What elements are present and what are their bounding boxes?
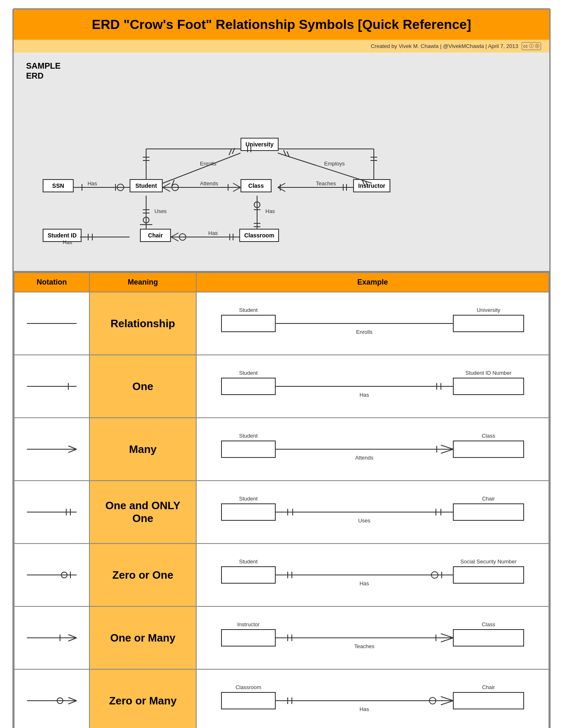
table-row: Many StudentClassAttends [14, 418, 549, 481]
svg-text:Instructor: Instructor [237, 621, 260, 627]
notation-symbol [23, 376, 81, 397]
example-cell: InstructorClassTeaches [196, 606, 549, 669]
svg-text:Has: Has [359, 580, 369, 587]
svg-line-35 [278, 153, 372, 183]
sample-erd-label: SAMPLEERD [26, 61, 537, 81]
svg-text:Student: Student [239, 558, 258, 565]
table-row: One and ONLY One StudentChairUses [14, 481, 549, 544]
notation-cell [14, 355, 89, 418]
svg-line-137 [68, 701, 77, 704]
svg-rect-73 [221, 378, 275, 395]
svg-line-22 [163, 187, 170, 192]
example-diagram: StudentSocial Security NumberHas [213, 552, 532, 598]
svg-rect-138 [221, 692, 275, 709]
notation-symbol [23, 502, 81, 522]
meaning-cell: One and ONLY One [89, 481, 196, 544]
notation-cell [14, 292, 89, 355]
svg-text:Uses: Uses [154, 208, 167, 214]
notation-cell [14, 669, 89, 728]
svg-text:Chair: Chair [482, 496, 495, 502]
svg-rect-111 [453, 567, 524, 583]
svg-line-17 [229, 149, 231, 155]
svg-line-143 [441, 697, 453, 701]
header-notation: Notation [14, 273, 89, 292]
svg-text:Student ID Number: Student ID Number [465, 370, 512, 376]
header-meaning: Meaning [89, 273, 196, 292]
notation-symbol [23, 627, 81, 648]
notation-symbol [23, 439, 81, 460]
svg-text:Teaches: Teaches [316, 180, 336, 187]
meaning-cell: One or Many [89, 606, 196, 669]
example-cell: ClassroomChairHas [196, 669, 549, 728]
svg-rect-84 [221, 441, 275, 457]
svg-text:Employs: Employs [324, 160, 345, 167]
svg-line-122 [68, 638, 77, 641]
svg-text:Enrolls: Enrolls [200, 160, 217, 167]
svg-line-29 [171, 233, 178, 237]
svg-text:Has: Has [359, 392, 369, 398]
credit-text: Created by Vivek M. Chawla | @VivekMChaw… [371, 43, 518, 49]
svg-rect-123 [221, 630, 275, 646]
svg-rect-98 [453, 504, 524, 520]
meaning-cell: Zero or One [89, 544, 196, 606]
example-svg: StudentClassAttends [213, 426, 532, 472]
main-title: ERD "Crow's Foot" Relationship Symbols [… [22, 17, 541, 32]
example-svg: ClassroomChairHas [213, 678, 532, 723]
cc-badge: cc ⓘ ⓢ [522, 42, 541, 50]
example-svg: InstructorClassTeaches [213, 615, 532, 661]
svg-text:Classroom: Classroom [236, 684, 261, 690]
svg-line-82 [68, 446, 77, 449]
svg-rect-109 [221, 567, 275, 583]
svg-line-128 [441, 634, 453, 638]
table-row: Zero or One StudentSocial Security Numbe… [14, 544, 549, 606]
example-svg: StudentChairUses [213, 489, 532, 535]
svg-text:Teaches: Teaches [354, 643, 375, 649]
notation-cell [14, 418, 89, 481]
svg-line-90 [441, 449, 453, 453]
svg-line-30 [171, 237, 178, 241]
sample-erd-section: SAMPLEERD SSN Student ID Student Chair U… [14, 53, 549, 272]
svg-rect-86 [453, 441, 524, 457]
example-svg: StudentStudent ID NumberHas [213, 364, 532, 409]
svg-text:Student: Student [239, 433, 258, 439]
svg-text:Student: Student [239, 370, 258, 376]
header-example: Example [196, 273, 549, 292]
svg-rect-125 [453, 630, 524, 646]
svg-text:Class: Class [482, 621, 496, 627]
svg-text:Enrolls: Enrolls [356, 329, 373, 335]
example-diagram: ClassroomChairHas [213, 678, 532, 723]
svg-line-43 [278, 187, 285, 192]
meaning-cell: Many [89, 418, 196, 481]
erd-canvas: SSN Student ID Student Chair University … [26, 85, 537, 259]
svg-text:Student: Student [239, 307, 258, 313]
example-cell: StudentChairUses [196, 481, 549, 544]
notation-symbol [23, 565, 81, 585]
example-diagram: InstructorClassTeaches [213, 615, 532, 661]
table-header-row: Notation Meaning Example [14, 273, 549, 292]
svg-text:Has: Has [208, 230, 218, 236]
svg-text:Has: Has [87, 180, 97, 187]
svg-text:University: University [476, 307, 500, 313]
example-cell: StudentSocial Security NumberHas [196, 544, 549, 606]
example-diagram: StudentClassAttends [213, 426, 532, 472]
table-row: Relationship StudentUniversityEnrolls [14, 292, 549, 355]
example-cell: StudentClassAttends [196, 418, 549, 481]
svg-line-15 [163, 153, 241, 183]
svg-text:Student: Student [239, 496, 258, 502]
example-cell: StudentStudent ID NumberHas [196, 355, 549, 418]
example-diagram: StudentChairUses [213, 489, 532, 535]
svg-text:Has: Has [63, 239, 72, 245]
svg-rect-75 [453, 378, 524, 395]
meaning-cell: Relationship [89, 292, 196, 355]
svg-text:Social Security Number: Social Security Number [460, 558, 517, 565]
svg-rect-96 [221, 504, 275, 520]
svg-text:Attends: Attends [200, 180, 219, 187]
notation-symbol [23, 313, 81, 334]
svg-line-83 [68, 449, 77, 453]
notation-cell [14, 606, 89, 669]
erd-lines: Has Has Uses [26, 85, 537, 259]
svg-text:Has: Has [359, 706, 369, 712]
svg-line-42 [278, 183, 285, 187]
svg-rect-65 [221, 315, 275, 332]
reference-table: Notation Meaning Example Relationship St… [14, 272, 549, 728]
